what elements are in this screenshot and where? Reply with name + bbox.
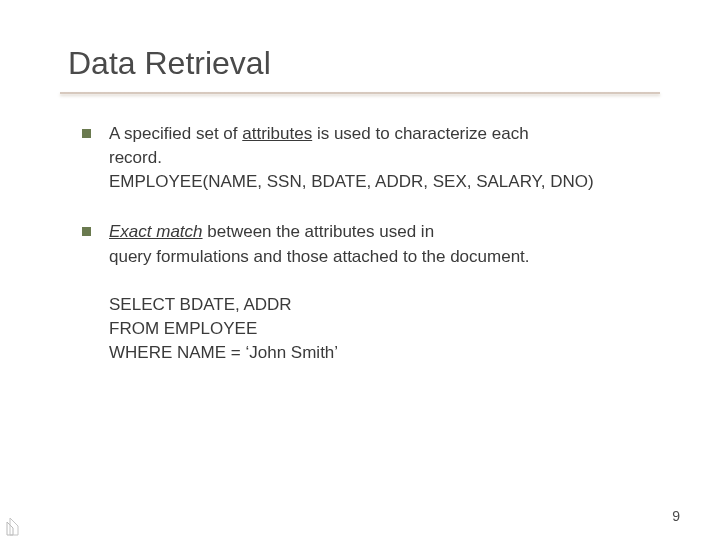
slide: Data Retrieval A specified set of attrib…: [0, 0, 720, 540]
text-fragment: between the attributes used in: [203, 222, 435, 241]
sql-line: FROM EMPLOYEE: [109, 317, 660, 341]
square-bullet-icon: [82, 129, 91, 138]
text-line: EMPLOYEE(NAME, SSN, BDATE, ADDR, SEX, SA…: [109, 170, 660, 194]
page-number: 9: [672, 508, 680, 524]
corner-decoration-icon: [6, 508, 36, 536]
bullet-text: Exact match between the attributes used …: [109, 220, 660, 365]
bullet-item: A specified set of attributes is used to…: [82, 122, 660, 194]
text-line: record.: [109, 146, 660, 170]
sql-line: SELECT BDATE, ADDR: [109, 293, 660, 317]
bullet-text: A specified set of attributes is used to…: [109, 122, 660, 194]
square-bullet-icon: [82, 227, 91, 236]
text-line: query formulations and those attached to…: [109, 245, 660, 269]
keyword-exact-match: Exact match: [109, 222, 203, 241]
text-fragment: is used to characterize each: [312, 124, 528, 143]
slide-title: Data Retrieval: [60, 45, 660, 82]
bullet-item: Exact match between the attributes used …: [82, 220, 660, 365]
text-fragment: A specified set of: [109, 124, 242, 143]
sql-line: WHERE NAME = ‘John Smith’: [109, 341, 660, 365]
title-underline: [60, 92, 660, 94]
bullet-list: A specified set of attributes is used to…: [60, 122, 660, 365]
keyword-attributes: attributes: [242, 124, 312, 143]
